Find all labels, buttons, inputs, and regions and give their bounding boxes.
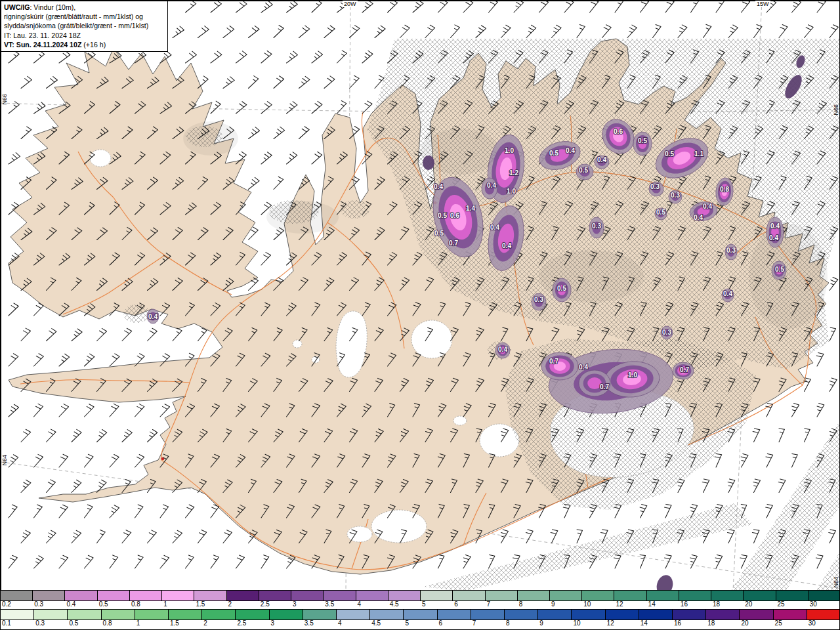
- precip-blob: [541, 352, 578, 380]
- scale-cell: [438, 610, 471, 620]
- precip-value-label: 0.7: [680, 366, 689, 373]
- lat-label-n64-right: N64: [833, 577, 839, 588]
- precip-value-label: 0.3: [726, 247, 736, 254]
- scale-tick-label: 14: [639, 620, 648, 627]
- color-scales: 0.20.30.40.50.811.522.533.544.5567891012…: [1, 590, 840, 629]
- scale-cell: [33, 591, 65, 600]
- scale-cell: [102, 610, 135, 620]
- iceland-weather-map: 0.41.01.21.00.41.40.50.60.50.70.40.40.50…: [1, 1, 840, 591]
- title-box: UWC/IG: Vindur (10m), rigning/skúrir (gr…: [1, 1, 168, 52]
- precip-value-label: 1.0: [505, 147, 514, 154]
- precip-value-label: 0.5: [638, 137, 647, 144]
- precip-value-label: 1.0: [507, 188, 516, 195]
- precip-value-label: 0.6: [614, 128, 623, 135]
- scale-tick-label: 0.5: [98, 600, 108, 608]
- precip-value-label: 0.3: [592, 222, 601, 230]
- scale-tick-label: 12: [606, 620, 614, 627]
- scale-tick-label: 14: [647, 600, 656, 608]
- scale-tick-label: 1.5: [169, 620, 179, 627]
- scale-cell: [486, 591, 518, 600]
- scale-cell: [227, 591, 259, 600]
- scale-tick-label: 9: [550, 600, 555, 608]
- scale-cell: [65, 591, 97, 600]
- lat-label-n66-right: N66: [833, 104, 839, 116]
- scale-tick-label: 30: [807, 620, 816, 627]
- scale-tick-label: 0.1: [1, 620, 11, 627]
- precip-value-label: 0.4: [148, 313, 158, 320]
- scale-tick-label: 6: [438, 620, 443, 627]
- scale-cell: [706, 610, 740, 620]
- scale-tick-label: 10: [582, 600, 591, 608]
- scale-tick-label: 0.4: [65, 600, 75, 608]
- scale-tick-label: 2.5: [236, 620, 246, 627]
- scale-cell: [679, 591, 711, 600]
- scale-cell: [614, 591, 646, 600]
- precip-value-label: 0.3: [534, 296, 543, 303]
- precip-value-label: 1.0: [628, 371, 637, 379]
- precip-value-label: 0.4: [490, 224, 499, 231]
- precip-value-label: 0.3: [650, 183, 660, 190]
- title-line-1-rest: : Vindur (10m),: [30, 3, 75, 11]
- scale-cell: [1, 591, 33, 600]
- precip-value-label: 0.5: [434, 230, 444, 237]
- scale-cell: [744, 591, 776, 600]
- precip-value-label: 0.8: [720, 186, 729, 193]
- scale-cell: [572, 610, 605, 620]
- scale-cell: [135, 610, 169, 620]
- scale-cell: [606, 610, 639, 620]
- scale-tick-label: 20: [740, 620, 748, 627]
- precip-blob: [423, 156, 434, 170]
- scale-tick-label: 3.5: [303, 620, 314, 627]
- lon-label-20w: 20W: [343, 1, 358, 7]
- scale-cell: [404, 610, 437, 620]
- precip-value-label: 0.5: [549, 150, 558, 157]
- precip-value-label: 0.4: [434, 183, 443, 190]
- scale-tick-label: 5: [421, 600, 426, 608]
- weather-map-page: 0.41.01.21.00.41.40.50.60.50.70.40.40.50…: [0, 0, 840, 630]
- scale-tick-label: 0.5: [68, 620, 78, 627]
- scale-cell: [807, 610, 840, 620]
- rain-scale-ticks: 0.10.30.50.811.522.533.544.5567891012141…: [1, 620, 840, 628]
- precip-value-label: 0.6: [450, 212, 459, 219]
- scale-tick-label: 2: [227, 600, 232, 608]
- scale-tick-label: 12: [614, 600, 623, 608]
- scale-cell: [202, 610, 236, 620]
- scale-cell: [673, 610, 706, 620]
- scale-tick-label: 2: [202, 620, 207, 627]
- precip-value-label: 0.7: [449, 240, 458, 247]
- scale-tick-label: 1.5: [194, 600, 205, 608]
- scale-tick-label: 6: [453, 600, 458, 608]
- scale-cell: [776, 591, 808, 600]
- title-line-3: slydda/snjókoma (grátt/bleikt/grænt - mm…: [4, 21, 164, 30]
- scale-cell: [259, 591, 291, 600]
- scale-cell: [162, 591, 194, 600]
- scale-cell: [538, 610, 572, 620]
- precip-value-label: 0.4: [770, 222, 780, 230]
- sleet-scale-ticks: 0.20.30.40.50.811.522.533.544.5567891012…: [1, 601, 840, 609]
- scale-tick-label: 25: [776, 600, 785, 608]
- precip-value-label: 0.7: [600, 383, 609, 390]
- scale-tick-label: 9: [538, 620, 543, 627]
- scale-cell: [388, 591, 421, 600]
- scale-tick-label: 16: [673, 620, 681, 627]
- scale-cell: [774, 610, 807, 620]
- scale-cell: [34, 610, 68, 620]
- scale-tick-label: 8: [505, 620, 510, 627]
- scale-tick-label: 1: [135, 620, 140, 627]
- scale-cell: [471, 610, 505, 620]
- scale-cell: [130, 591, 162, 600]
- scale-tick-label: 3.5: [324, 600, 334, 608]
- precip-value-label: 0.3: [671, 192, 680, 199]
- precip-value-label: 0.4: [502, 242, 511, 249]
- scale-cell: [270, 610, 303, 620]
- precip-value-label: 0.4: [498, 346, 507, 353]
- precip-value-label: 0.5: [557, 285, 566, 292]
- scale-cell: [421, 591, 453, 600]
- precip-value-label: 0.4: [769, 234, 778, 242]
- title-line-1: UWC/IG: Vindur (10m),: [4, 3, 164, 12]
- scale-cell: [194, 591, 226, 600]
- scale-cell: [370, 610, 404, 620]
- precip-value-label: 0.4: [723, 290, 732, 297]
- lat-label-n64-left: N64: [1, 455, 8, 466]
- scale-cell: [356, 591, 388, 600]
